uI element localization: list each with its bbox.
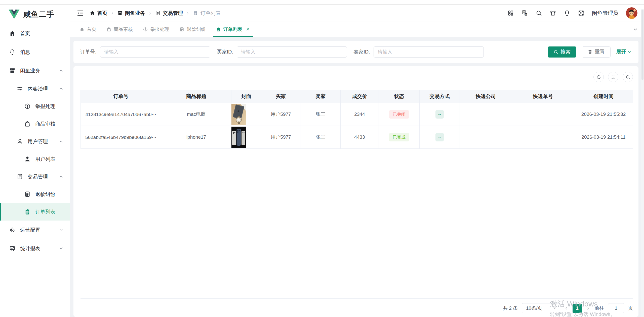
cell-seller: 张三 [301,126,341,149]
avatar[interactable] [626,7,637,19]
translate-icon[interactable] [521,10,528,16]
buyer-id-input[interactable] [237,46,347,58]
breadcrumb-label: 闲鱼业务 [125,10,145,17]
page-size-select[interactable]: 10条/页 [522,303,560,313]
tab-order-list[interactable]: 订单列表 [213,22,253,37]
fullscreen-icon[interactable] [578,10,584,16]
scrollbar-thumb[interactable] [641,10,643,80]
sidebar-item-label: 消息 [20,49,30,56]
sidebar-item-content-governance[interactable]: 内容治理 [0,80,70,97]
tab-report-handling[interactable]: 举报处理 [140,22,172,37]
tab-label: 首页 [87,26,96,33]
product-cover-image[interactable] [231,127,246,148]
col-trade-method: 交易方式 [420,90,460,103]
sidebar-item-statistics-report[interactable]: 统计报表 [0,239,70,258]
sidebar-item-order-list[interactable]: 订单列表 [0,203,70,221]
cell-cover [231,103,261,126]
seller-id-input[interactable] [374,46,484,58]
breadcrumb-item-home[interactable]: 首页 [90,10,107,17]
alert-circle-icon [24,103,31,110]
bell-icon [9,49,16,55]
status-badge: 已关闭 [389,110,409,119]
home-icon [79,27,85,32]
sidebar-item-label: 用户管理 [28,138,48,145]
cell-tracking-no [512,103,574,126]
close-icon[interactable] [246,27,250,31]
prev-page-button[interactable] [564,306,569,310]
product-cover-image[interactable] [231,104,246,125]
orders-table-wrap: 订单号 商品标题 封面 买家 卖家 成交价 状态 交易方式 快递公司 快递单号 [80,90,633,299]
buyer-id-label: 买家ID: [217,48,233,55]
tab-refund-dispute[interactable]: 退款纠纷 [176,22,209,37]
sidebar-item-user-list[interactable]: 用户列表 [0,150,70,168]
reset-button-label: 重置 [595,48,605,55]
scrollbar[interactable] [641,9,644,317]
menu-fold-icon[interactable] [76,9,84,17]
tab-product-review[interactable]: 商品审核 [103,22,136,37]
next-page-button[interactable] [586,306,590,310]
table-toolbar [593,72,633,82]
tab-home[interactable]: 首页 [76,22,99,37]
column-settings-button[interactable] [608,72,618,82]
search-button[interactable]: 搜索 [548,46,576,58]
breadcrumb-item-trade-management[interactable]: 交易管理 [155,10,183,17]
handbag-icon [106,27,111,32]
cell-created-at: 2026-03-19 21:54:11 [574,126,633,149]
grid-layout-icon[interactable] [507,10,514,16]
cell-tracking-no [512,126,574,149]
cell-buyer: 用户5977 [261,126,301,149]
search-icon[interactable] [536,10,542,16]
filter-actions: 搜索 重置 展开 [548,46,632,58]
search-toggle-button[interactable] [623,72,633,82]
store-icon [9,67,16,74]
order-no-input[interactable] [100,46,210,58]
sidebar-item-user-management[interactable]: 用户管理 [0,133,70,150]
reset-button[interactable]: 重置 [582,46,611,58]
avatar-image [626,7,637,19]
page-number-current[interactable]: 1 [573,304,582,313]
sidebar-item-label: 订单列表 [35,208,55,215]
refresh-button[interactable] [593,72,604,82]
trade-method-badge: -- [435,133,444,141]
chevron-down-icon [59,246,64,251]
tshirt-theme-icon[interactable] [550,10,556,16]
sidebar-item-trade-management[interactable]: 交易管理 [0,168,70,185]
file-text-icon [17,173,23,180]
col-buyer: 买家 [261,90,301,103]
table-row: 412813c9e9e14704a70d67ab0⋯ mac电脑 [81,103,633,126]
cell-buyer: 用户5977 [261,103,301,126]
sidebar-menu: 首页 消息 闲鱼业务 内容治理 举报处理 商品审核 [0,24,70,317]
handbag-icon [24,121,31,127]
col-order-no: 订单号 [81,90,161,103]
col-seller: 卖家 [301,90,341,103]
sidebar-item-product-review[interactable]: 商品审核 [0,115,70,133]
cell-courier [460,103,512,126]
table-header-row: 订单号 商品标题 封面 买家 卖家 成交价 状态 交易方式 快递公司 快递单号 [81,90,633,103]
tab-label: 举报处理 [150,26,169,33]
gear-icon [9,227,16,233]
bell-icon[interactable] [564,10,570,16]
sidebar-item-refund-dispute[interactable]: 退款纠纷 [0,185,70,203]
sidebar-item-report-handling[interactable]: 举报处理 [0,97,70,115]
filter-card: 订单号: 买家ID: 卖家ID: 搜索 [73,41,638,63]
tab-overflow-button[interactable] [630,22,641,37]
cell-price: 4433 [341,126,379,149]
sidebar: 咸鱼二手 首页 消息 闲鱼业务 内容治理 举报处 [0,5,70,317]
clipboard-icon [216,27,221,32]
file-text-icon [179,27,184,32]
sidebar-item-label: 统计报表 [20,245,40,252]
username: 闲鱼管理员 [592,10,618,17]
main-area: 首页 闲鱼业务 交易管理 订单列表 [70,5,644,317]
sidebar-item-operation-config[interactable]: 运营配置 [0,221,70,239]
expand-toggle[interactable]: 展开 [616,48,632,55]
breadcrumb-item-xianyu-business[interactable]: 闲鱼业务 [117,10,145,17]
sidebar-item-home[interactable]: 首页 [0,24,70,43]
sidebar-item-xianyu-business[interactable]: 闲鱼业务 [0,61,70,80]
sidebar-item-messages[interactable]: 消息 [0,43,70,61]
cell-title: mac电脑 [161,103,231,126]
alert-circle-icon [143,27,148,32]
app-logo[interactable]: 咸鱼二手 [0,5,70,24]
content-area: 订单号: 买家ID: 卖家ID: 搜索 [70,37,644,317]
user-filled-icon [24,156,31,162]
goto-page-input[interactable] [608,303,624,313]
